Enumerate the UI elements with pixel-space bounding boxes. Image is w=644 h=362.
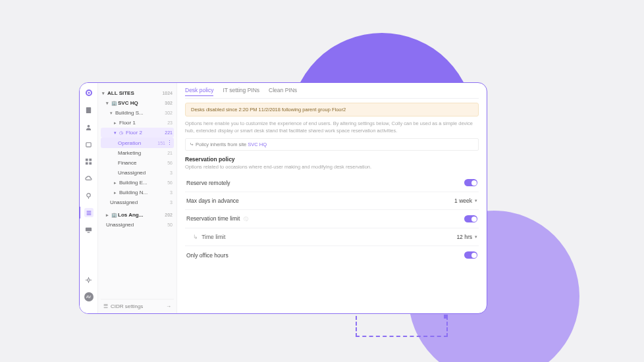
cidr-settings-link[interactable]: ☰ CIDR settings → (101, 299, 174, 313)
tree-floor1[interactable]: ▸ Floor 1 23 (101, 118, 174, 128)
tree-count: 302 (165, 101, 173, 105)
tree-count: 3 (170, 190, 173, 195)
tree-count: 302 (165, 111, 173, 115)
tree-label: Building S... (115, 110, 163, 116)
tree-label: Building E... (119, 180, 166, 186)
section-title: Reservation policy (185, 156, 479, 163)
svg-point-16 (88, 278, 90, 281)
tree-unassigned-svc[interactable]: Unassigned 3 (101, 197, 174, 207)
tree-count: 221 (165, 130, 173, 135)
nav-settings-icon[interactable] (84, 275, 94, 284)
setting-res-time-limit: Reservation time limit ⓘ (185, 210, 479, 228)
nav-monitor-icon[interactable] (84, 225, 94, 234)
icon-rail: AV (80, 83, 98, 313)
tree-operation[interactable]: Operation 151 ⋮ (101, 138, 174, 148)
app-window: AV ▾ ALL SITES 1024 ▾ 🏢 SVC HQ 302 ▾ Bui… (79, 82, 487, 314)
more-icon[interactable]: ⋮ (167, 140, 173, 146)
tree-svc-hq[interactable]: ▾ 🏢 SVC HQ 302 (101, 98, 174, 108)
setting-label: Reserve remotely (186, 180, 464, 186)
tree-unassigned-f2[interactable]: Unassigned 3 (101, 168, 174, 178)
policy-description: Options here enable you to customize the… (185, 120, 479, 134)
filter-icon: ☰ (103, 303, 108, 309)
nav-grid-icon[interactable] (84, 157, 94, 166)
chevron-right-icon: ▸ (114, 120, 119, 126)
svg-rect-6 (89, 158, 92, 161)
logo-icon[interactable] (84, 88, 94, 97)
chevron-right-icon: ▸ (114, 190, 119, 195)
chevron-right-icon: ▸ (114, 180, 119, 186)
setting-time-limit: ↳ Time limit 12 hrs ▾ (185, 228, 479, 246)
setting-label: ↳ Time limit (186, 234, 456, 240)
tree-building-e[interactable]: ▸ Building E... 56 (101, 178, 174, 188)
arrow-right-icon: → (166, 303, 171, 309)
nav-list-icon[interactable] (84, 208, 94, 217)
selection-marquee (356, 316, 448, 337)
inherit-icon: ⤷ (190, 142, 196, 147)
tree-count: 23 (167, 120, 173, 125)
inherit-link[interactable]: SVC HQ (248, 142, 267, 147)
chevron-right-icon: ▸ (106, 213, 111, 218)
tree-count: 21 (167, 151, 173, 155)
svg-rect-2 (86, 107, 91, 113)
sub-arrow-icon: ↳ (193, 234, 198, 240)
user-avatar[interactable]: AV (84, 292, 94, 301)
dropdown-value: 1 week (454, 197, 472, 204)
tree-all-sites[interactable]: ▾ ALL SITES 1024 (101, 88, 174, 98)
tree-finance[interactable]: Finance 56 (101, 158, 174, 168)
tree-label: Building N... (119, 190, 169, 195)
nav-bulb-icon[interactable] (84, 191, 94, 200)
dropdown-time-limit[interactable]: 12 hrs ▾ (456, 234, 477, 240)
svg-point-3 (88, 124, 90, 127)
toggle-res-time-limit[interactable] (464, 215, 477, 222)
tree-building-s[interactable]: ▾ Building S... 302 (101, 108, 174, 118)
tree-unassigned-all[interactable]: Unassigned 50 (101, 220, 174, 230)
dropdown-value: 12 hrs (456, 234, 472, 240)
nav-cloud-icon[interactable] (84, 174, 94, 183)
clock-icon: ◷ (119, 130, 126, 136)
setting-reserve-remotely: Reserve remotely (185, 174, 479, 192)
cidr-label: CIDR settings (111, 303, 143, 309)
tree-floor2[interactable]: ▾ ◷ Floor 2 221 (101, 128, 174, 138)
tree-count: 56 (167, 180, 173, 185)
toggle-reserve-remotely[interactable] (464, 179, 477, 186)
chevron-down-icon: ▾ (110, 111, 115, 116)
warning-banner: Desks disabled since 2:20 PM 11/2/2018 f… (185, 103, 479, 116)
chevron-down-icon: ▾ (475, 234, 477, 240)
tree-label: Los Ang... (118, 212, 163, 218)
sidebar-tree: ▾ ALL SITES 1024 ▾ 🏢 SVC HQ 302 ▾ Buildi… (98, 83, 177, 313)
tree-count: 50 (167, 222, 173, 227)
main-content: Desk policy IT setting PINs Clean PINs D… (177, 83, 487, 313)
nav-box-icon[interactable] (84, 140, 94, 149)
svg-point-1 (88, 92, 90, 94)
tree-los-ang[interactable]: ▸ 🏢 Los Ang... 202 (101, 210, 174, 220)
inherit-text: Policy inherits from site (196, 142, 248, 147)
svg-rect-7 (86, 162, 88, 165)
tree-label: Operation (118, 140, 156, 146)
nav-doc-icon[interactable] (84, 105, 94, 115)
tabs: Desk policy IT setting PINs Clean PINs (185, 87, 479, 99)
tree-count: 56 (167, 161, 173, 165)
chevron-down-icon: ▾ (475, 198, 477, 203)
tab-desk-policy[interactable]: Desk policy (185, 87, 213, 96)
svg-rect-14 (86, 227, 92, 231)
tree-label: SVC HQ (118, 100, 163, 106)
building-icon: 🏢 (111, 213, 118, 218)
toggle-office-hours[interactable] (464, 251, 477, 259)
svg-rect-4 (86, 142, 91, 146)
tree-count: 3 (170, 170, 173, 175)
info-icon[interactable]: ⓘ (244, 217, 248, 221)
svg-rect-8 (89, 162, 92, 165)
tab-clean-pins[interactable]: Clean PINs (269, 87, 297, 96)
tree-marketing[interactable]: Marketing 21 (101, 148, 174, 158)
tree-label: Floor 2 (126, 130, 163, 136)
dropdown-max-days[interactable]: 1 week ▾ (454, 197, 477, 204)
svg-rect-5 (86, 158, 88, 161)
building-icon: 🏢 (111, 101, 118, 106)
tree-label: Unassigned (118, 170, 169, 176)
setting-max-days: Max days in advance 1 week ▾ (185, 192, 479, 210)
tree-building-n[interactable]: ▸ Building N... 3 (101, 188, 174, 197)
tab-it-pins[interactable]: IT setting PINs (223, 87, 259, 96)
nav-people-icon[interactable] (84, 122, 94, 132)
section-desc: Options related to occasions where end-u… (185, 164, 479, 170)
setting-label: Max days in advance (186, 197, 454, 204)
